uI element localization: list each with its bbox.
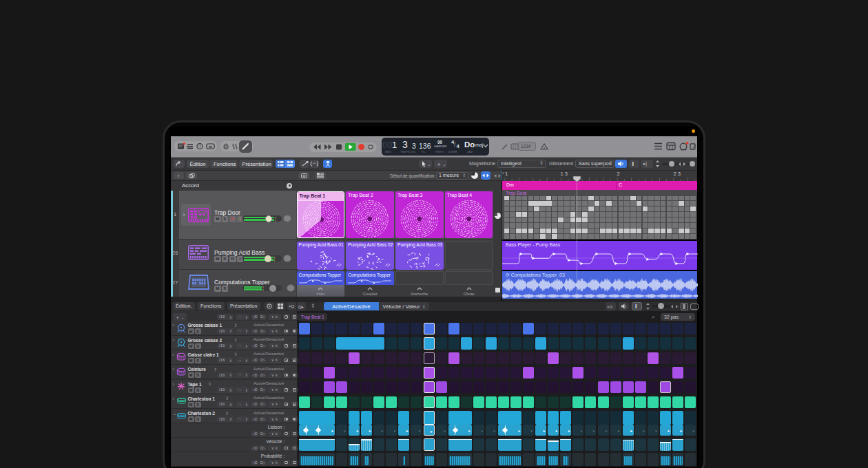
svg-text:?: ? (198, 144, 201, 149)
